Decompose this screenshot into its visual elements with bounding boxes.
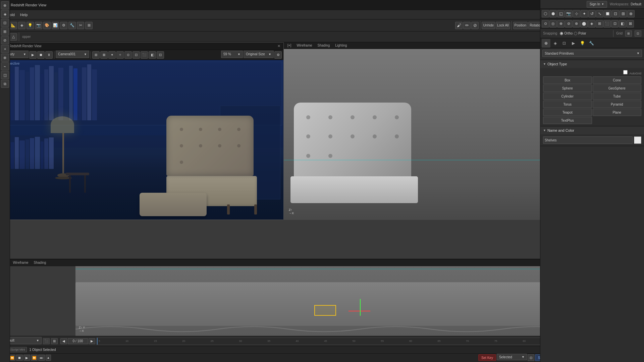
paint-btn-2[interactable]: △ [10,33,17,41]
obj-btn-cone[interactable]: Cone [593,76,642,84]
rp-icon-camera[interactable]: 📷 [565,10,573,17]
panel-tab-display[interactable]: 💡 [578,39,587,48]
sidebar-tool-5[interactable]: ⊘ [1,36,9,44]
settings-btn[interactable]: ⚙ [274,51,282,59]
rt-icon-6[interactable]: 🎨 [43,22,51,29]
color-swatch[interactable] [634,136,641,144]
render-play-btn[interactable]: ▶ [29,51,37,59]
bottom-vp-menu-3[interactable]: Shading [32,260,48,265]
obj-btn-geosphere[interactable]: GeoSphere [593,84,642,92]
rp-icon2-7[interactable]: ◈ [588,20,595,27]
rp-icon-rotate[interactable]: ↺ [588,10,596,17]
rt-icon-8[interactable]: ⚙ [60,22,67,29]
panel-tab-hierarchy[interactable]: ⊡ [560,39,569,48]
panel-tab-motion[interactable]: ▶ [569,39,578,48]
sidebar-tool-10[interactable]: ⧉ [1,80,9,88]
menu-help[interactable]: Help [17,12,31,17]
auto-key-btn[interactable]: Set Key [478,354,496,361]
size-dropdown[interactable]: Original Size ▼ [244,51,274,58]
vp-menu-4[interactable]: Lighting [333,43,348,48]
vp-icon-8[interactable]: ◧ [149,51,156,59]
bottom-vp-menu-2[interactable]: Wireframe [11,260,30,265]
panel-tab-modify[interactable]: ◈ [551,39,559,48]
position-btn[interactable]: Position [513,22,528,29]
obj-btn-textplus[interactable]: TextPlus [543,117,592,124]
rt-icon-5[interactable]: 📷 [35,22,42,29]
rp-icon-mirror[interactable]: ⊡ [612,10,619,17]
panel-tab-create[interactable]: ⊕ [542,39,550,48]
rt-icon-4[interactable]: 💡 [26,22,34,29]
rp-icon-hierarchy[interactable]: ⊗ [627,10,635,17]
brush-tool-3[interactable]: ⊘ [471,22,479,29]
rp-icon2-10[interactable]: ⊡ [611,20,619,27]
vp-icon-2[interactable]: ⊠ [100,51,108,59]
object-name-input[interactable] [543,136,633,144]
sidebar-tool-7[interactable]: ⊗ [1,54,9,62]
obj-btn-teapot[interactable]: Teapot [543,109,592,116]
render-pause-btn[interactable]: ⏸ [45,51,53,59]
rp-icon-front[interactable]: ⬢ [549,10,557,17]
vp-icon-6[interactable]: ⊡ [132,51,140,59]
vp-icon-9[interactable]: ⊡ [157,51,164,59]
vp-icon-7[interactable]: ⬛ [141,51,148,59]
obj-btn-box[interactable]: Box [543,76,592,84]
brush-tool-2[interactable]: ✏ [463,22,471,29]
sidebar-tool-2[interactable]: ◈ [1,10,9,18]
zoom-dropdown[interactable]: 59 % ▼ [221,51,243,58]
name-color-header[interactable]: ▼ Name and Color [540,126,644,134]
rp-icon2-4[interactable]: ⊘ [565,20,572,27]
rt-icon-7[interactable]: 📊 [52,22,59,29]
anim-opts-btn[interactable]: ▲ [46,355,51,361]
rt-icon-9[interactable]: 🔧 [68,22,76,29]
rp-icon2-6[interactable]: ⬤ [580,20,588,27]
rp-icon2-12[interactable]: ⊠ [627,20,634,27]
rp-icon2-2[interactable]: ◎ [549,20,557,27]
render-close-btn[interactable]: ✕ [277,44,280,48]
grid-expand-btn[interactable]: ⊞ [625,31,632,37]
rp-icon2-11[interactable]: ◧ [619,20,626,27]
rp-icon-perspective[interactable]: ⬡ [542,10,549,17]
rp-icon2-3[interactable]: ⊕ [557,20,565,27]
vp-menu-3[interactable]: Shading [316,43,332,48]
sign-in-btn[interactable]: Sign In ▼ [587,1,607,8]
camera-dropdown[interactable]: Camera001 ▼ [56,51,89,58]
brush-tool-1[interactable]: 🖌 [455,22,463,29]
rt-icon-2[interactable]: 📐 [10,22,17,29]
sidebar-tool-8[interactable]: ⌁ [1,62,9,70]
rp-icon2-1[interactable]: ⊙ [542,20,549,27]
rt-icon-11[interactable]: ⊞ [85,22,93,29]
obj-btn-pyramid[interactable]: Pyramid [593,101,642,108]
object-type-header[interactable]: ▼ Object Type [540,60,644,68]
sidebar-tool-4[interactable]: ⊞ [1,27,9,36]
rt-icon-3[interactable]: ◈ [18,22,25,29]
play-btn[interactable]: ▶ [23,355,30,361]
vp-menu-1[interactable]: [+] [286,43,293,48]
obj-btn-sphere[interactable]: Sphere [543,84,592,92]
vp-icon-3[interactable]: ✦ [108,51,116,59]
layer-btn-1[interactable]: ⬛ [43,338,50,344]
layer-btn-2[interactable]: ⊞ [51,338,58,344]
stop-btn[interactable]: ⏹ [16,355,23,361]
obj-btn-cylinder[interactable]: Cylinder [543,93,592,100]
grid-options-btn[interactable]: ⊡ [635,31,641,37]
go-to-end-btn[interactable]: ⏭ [38,355,45,361]
obj-btn-tube[interactable]: Tube [593,93,642,100]
autogrid-checkbox[interactable] [623,70,628,74]
vp-menu-2[interactable]: Wireframe [295,43,314,48]
next-frame-btn[interactable]: ⏩ [31,355,38,361]
snap-ortho[interactable]: Ortho [560,32,573,35]
sidebar-tool-3[interactable]: ⊡ [1,19,9,27]
rp-icon-top[interactable]: ◱ [557,10,565,17]
rt-icon-10[interactable]: ✂ [77,22,84,29]
snap-polar[interactable]: Polar [574,32,586,35]
primitives-dropdown[interactable]: Standard Primitives ▼ [542,50,642,57]
key-mode-btn[interactable]: ⊡ [528,354,534,361]
obj-btn-plane[interactable]: Plane [593,109,642,116]
rp-icon-move[interactable]: ✦ [581,10,588,17]
sidebar-tool-1[interactable]: ⊕ [1,1,9,9]
panel-tab-utilities[interactable]: 🔧 [587,39,596,48]
lock-all-btn[interactable]: Lock All [496,22,510,29]
rp-icon2-5[interactable]: ⊗ [573,20,580,27]
render-stop-btn[interactable]: ⏹ [37,51,45,59]
vp-icon-1[interactable]: ⊞ [92,51,100,59]
